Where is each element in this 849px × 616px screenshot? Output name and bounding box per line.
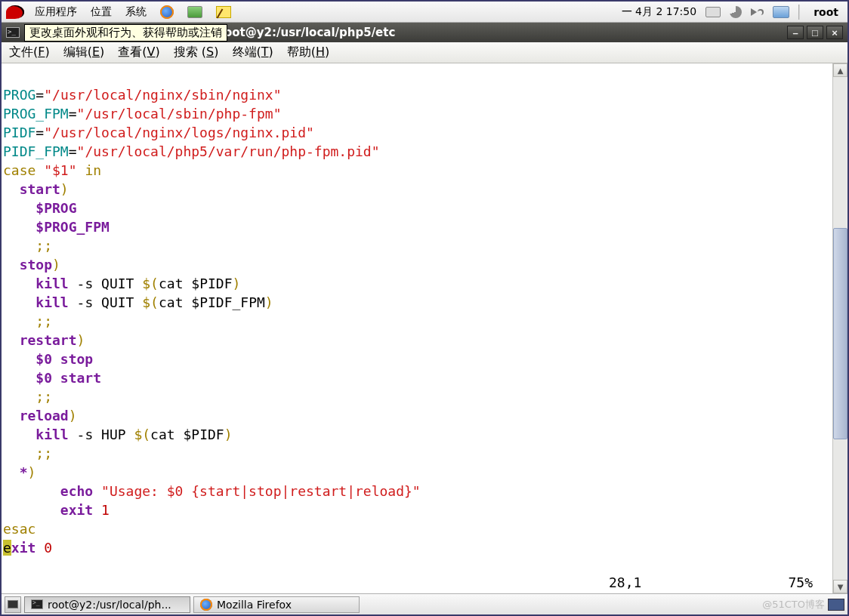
code-line: stop bbox=[3, 257, 52, 273]
cursor-position: 28,1 bbox=[609, 573, 760, 592]
vertical-scrollbar[interactable]: ▲ ▼ bbox=[832, 63, 847, 593]
scroll-thumb[interactable] bbox=[833, 228, 847, 439]
panel-separator bbox=[798, 5, 800, 20]
firefox-icon bbox=[200, 599, 212, 611]
menu-terminal[interactable]: 终端(T) bbox=[233, 45, 273, 60]
volume-tray-icon[interactable] bbox=[751, 8, 764, 16]
code-line: reload bbox=[3, 408, 69, 424]
disk-tray-icon[interactable] bbox=[705, 7, 721, 17]
scroll-up-button[interactable]: ▲ bbox=[833, 63, 847, 77]
menu-system[interactable]: 系统 bbox=[122, 4, 150, 20]
redhat-logo-icon bbox=[6, 5, 24, 19]
launcher-notes[interactable] bbox=[213, 5, 234, 20]
code-line: * bbox=[3, 464, 28, 480]
package-icon bbox=[187, 6, 202, 18]
code-line: PROG bbox=[3, 87, 36, 103]
note-icon bbox=[216, 6, 231, 18]
menu-applications[interactable]: 应用程序 bbox=[32, 4, 80, 20]
app-menubar: 文件(F) 编辑(E) 查看(V) 搜索 (S) 终端(T) 帮助(H) bbox=[2, 42, 847, 63]
scroll-down-button[interactable]: ▼ bbox=[833, 580, 847, 593]
menu-view[interactable]: 查看(V) bbox=[118, 45, 159, 60]
taskbar-firefox[interactable]: Mozilla Firefox bbox=[193, 596, 360, 613]
menu-edit[interactable]: 编辑(E) bbox=[63, 45, 105, 60]
clock[interactable]: 一 4月 2 17:50 bbox=[622, 5, 697, 19]
task-label: Mozilla Firefox bbox=[217, 599, 292, 611]
code-line: $0 start bbox=[3, 370, 101, 386]
scroll-track[interactable] bbox=[833, 77, 847, 580]
code-editor[interactable]: PROG="/usr/local/nginx/sbin/nginx" PROG_… bbox=[2, 63, 832, 593]
close-button[interactable]: × bbox=[826, 26, 843, 39]
taskbar-terminal[interactable]: root@y2:/usr/local/ph... bbox=[24, 596, 190, 613]
show-desktop-button[interactable] bbox=[5, 596, 21, 613]
code-line: PIDF_FPM bbox=[3, 143, 69, 159]
menu-places[interactable]: 位置 bbox=[88, 4, 115, 20]
code-line: ;; bbox=[3, 389, 52, 405]
launcher-firefox[interactable] bbox=[157, 4, 177, 20]
firefox-icon bbox=[160, 5, 174, 19]
window-title: oot@y2:/usr/local/php5/etc bbox=[224, 26, 395, 39]
editor-area: PROG="/usr/local/nginx/sbin/nginx" PROG_… bbox=[2, 63, 847, 593]
user-menu[interactable]: root bbox=[809, 6, 843, 18]
watermark: @51CTO博客 bbox=[762, 598, 825, 611]
code-line: $PROG bbox=[3, 200, 77, 216]
system-menu-tooltip: 更改桌面外观和行为、获得帮助或注销 bbox=[24, 24, 227, 42]
network-tray-icon[interactable] bbox=[773, 6, 789, 18]
window-titlebar[interactable]: 更改桌面外观和行为、获得帮助或注销 oot@y2:/usr/local/php5… bbox=[2, 23, 847, 42]
code-line: esac bbox=[3, 521, 36, 537]
cursor: e bbox=[3, 540, 11, 556]
code-line: case bbox=[3, 162, 44, 178]
code-line: PROG_FPM bbox=[3, 106, 69, 122]
menu-search[interactable]: 搜索 (S) bbox=[174, 45, 219, 60]
code-line: $0 stop bbox=[3, 351, 93, 367]
gnome-top-panel: 应用程序 位置 系统 一 4月 2 17:50 root bbox=[2, 2, 847, 23]
code-line: $PROG_FPM bbox=[3, 219, 110, 235]
code-line: ;; bbox=[3, 238, 52, 254]
workspace-switcher[interactable] bbox=[828, 599, 844, 611]
maximize-button[interactable]: □ bbox=[807, 26, 823, 39]
launcher-update[interactable] bbox=[184, 5, 205, 20]
menu-file[interactable]: 文件(F) bbox=[9, 45, 50, 60]
task-label: root@y2:/usr/local/ph... bbox=[48, 599, 171, 611]
code-line: ;; bbox=[3, 313, 52, 329]
vim-status-line: 28,1 75% bbox=[3, 573, 813, 592]
terminal-icon bbox=[31, 599, 43, 609]
cpu-tray-icon[interactable] bbox=[730, 6, 742, 18]
code-line: restart bbox=[3, 332, 77, 348]
gnome-bottom-panel: root@y2:/usr/local/ph... Mozilla Firefox… bbox=[2, 593, 847, 614]
terminal-icon bbox=[6, 27, 20, 38]
code-line: PIDF bbox=[3, 125, 36, 140]
menu-help[interactable]: 帮助(H) bbox=[287, 45, 330, 60]
scroll-percent: 75% bbox=[760, 573, 813, 592]
minimize-button[interactable]: – bbox=[787, 26, 804, 39]
code-line: start bbox=[3, 181, 60, 197]
code-line: ;; bbox=[3, 445, 52, 461]
